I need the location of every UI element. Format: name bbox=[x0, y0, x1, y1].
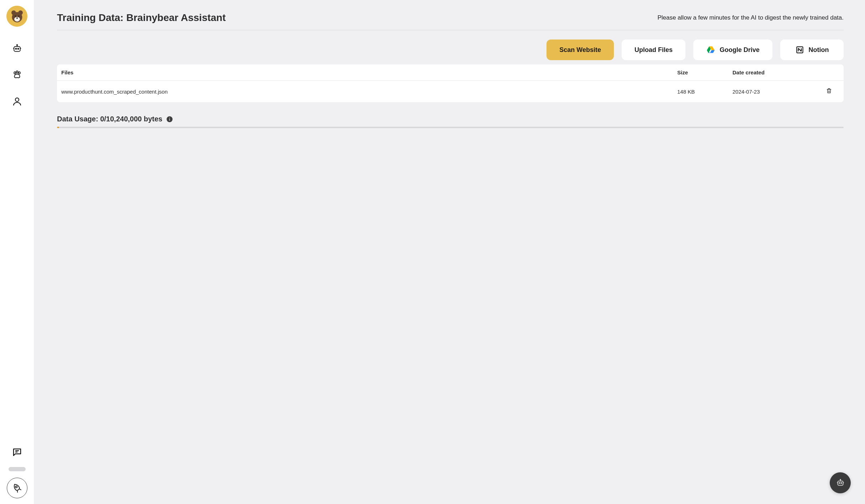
svg-point-27 bbox=[841, 482, 842, 483]
trash-icon bbox=[826, 87, 832, 94]
rocket-icon bbox=[10, 481, 25, 495]
data-usage-label: Data Usage: 0/10,240,000 bytes bbox=[57, 115, 162, 123]
col-header-actions bbox=[800, 69, 839, 75]
file-date: 2024-07-23 bbox=[732, 89, 800, 95]
svg-point-23 bbox=[169, 117, 170, 118]
file-name: www.producthunt.com_scraped_content.json bbox=[61, 89, 677, 95]
sidebar bbox=[0, 0, 34, 504]
rocket-button[interactable] bbox=[7, 478, 27, 498]
svg-point-6 bbox=[16, 17, 18, 19]
svg-point-8 bbox=[15, 48, 16, 49]
user-icon bbox=[12, 96, 22, 107]
nav-user[interactable] bbox=[9, 93, 26, 110]
paw-icon bbox=[12, 70, 22, 80]
svg-rect-24 bbox=[169, 119, 170, 121]
col-header-files: Files bbox=[61, 69, 677, 75]
scan-website-label: Scan Website bbox=[559, 46, 601, 54]
upload-files-label: Upload Files bbox=[634, 46, 673, 54]
svg-point-29 bbox=[840, 479, 840, 480]
action-buttons: Scan Website Upload Files Google Drive bbox=[57, 40, 844, 60]
files-table: Files Size Date created www.producthunt.… bbox=[57, 64, 844, 102]
svg-rect-7 bbox=[14, 47, 20, 52]
nav-feedback[interactable] bbox=[9, 443, 26, 461]
chat-fab[interactable] bbox=[830, 472, 851, 493]
info-icon[interactable] bbox=[166, 116, 173, 123]
google-drive-icon bbox=[706, 45, 715, 54]
svg-point-26 bbox=[839, 482, 840, 483]
svg-point-20 bbox=[15, 485, 17, 488]
notion-icon bbox=[795, 45, 804, 54]
sidebar-toggle-pill[interactable] bbox=[9, 467, 26, 471]
delete-file-button[interactable] bbox=[826, 87, 832, 96]
usage-progress-bar bbox=[57, 127, 59, 128]
notion-label: Notion bbox=[809, 46, 829, 54]
feedback-icon bbox=[12, 447, 22, 457]
nav-paw[interactable] bbox=[9, 67, 26, 84]
svg-point-15 bbox=[16, 71, 18, 73]
processing-notice: Please allow a few minutes for the AI to… bbox=[657, 14, 844, 21]
sidebar-bottom bbox=[7, 443, 27, 498]
page-title: Training Data: Brainybear Assistant bbox=[57, 12, 226, 23]
svg-point-9 bbox=[17, 48, 19, 49]
svg-point-5 bbox=[18, 15, 19, 16]
scan-website-button[interactable]: Scan Website bbox=[547, 40, 614, 60]
bear-icon bbox=[10, 9, 24, 23]
robot-icon bbox=[12, 43, 22, 54]
upload-files-button[interactable]: Upload Files bbox=[622, 40, 685, 60]
col-header-date: Date created bbox=[732, 69, 800, 75]
col-header-size: Size bbox=[677, 69, 732, 75]
chatbot-icon bbox=[836, 478, 845, 488]
file-size: 148 KB bbox=[677, 89, 732, 95]
nav-robot[interactable] bbox=[9, 40, 26, 57]
svg-point-11 bbox=[16, 44, 17, 46]
svg-point-16 bbox=[18, 72, 20, 74]
notion-button[interactable]: Notion bbox=[780, 40, 844, 60]
table-row: www.producthunt.com_scraped_content.json… bbox=[57, 81, 844, 102]
svg-point-4 bbox=[15, 15, 16, 16]
svg-point-14 bbox=[14, 72, 16, 74]
logo-bear[interactable] bbox=[6, 6, 27, 27]
svg-rect-25 bbox=[838, 481, 843, 485]
google-drive-label: Google Drive bbox=[720, 46, 760, 54]
table-header: Files Size Date created bbox=[57, 64, 844, 81]
usage-progress bbox=[57, 127, 844, 128]
main-content: Training Data: Brainybear Assistant Plea… bbox=[34, 0, 865, 504]
page-header: Training Data: Brainybear Assistant Plea… bbox=[57, 12, 844, 30]
svg-point-17 bbox=[15, 98, 19, 101]
data-usage-row: Data Usage: 0/10,240,000 bytes bbox=[57, 115, 844, 123]
google-drive-button[interactable]: Google Drive bbox=[693, 40, 772, 60]
